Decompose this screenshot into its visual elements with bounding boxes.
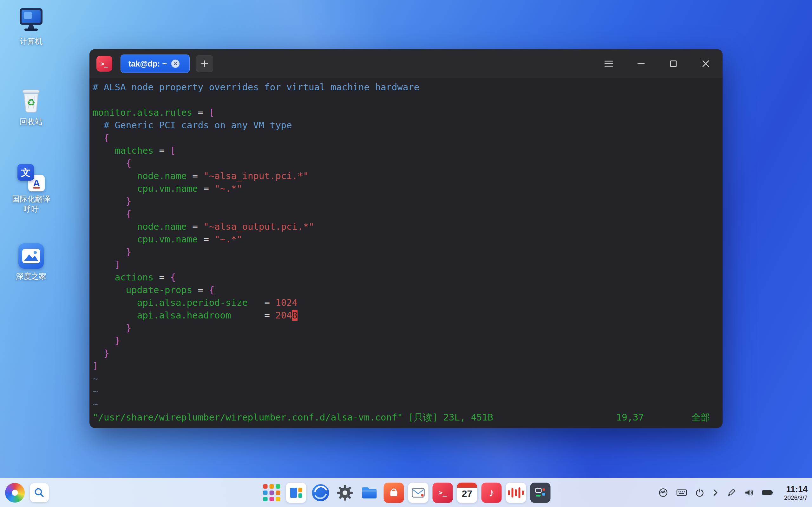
terminal-line: monitor.alsa.rules = [: [93, 106, 722, 119]
desktop-icon-computer[interactable]: 计算机: [6, 7, 56, 46]
terminal-line: }: [93, 245, 722, 258]
mail-icon[interactable]: [408, 483, 428, 503]
terminal-line: ~: [93, 372, 722, 385]
tab-title: tak@dp: ~: [129, 59, 167, 68]
terminal-line: ]: [93, 360, 722, 372]
desktop-icon-label: 回收站: [20, 117, 43, 127]
terminal-line: }: [93, 322, 722, 334]
translation-cn-glyph: 文: [17, 164, 34, 181]
translation-en-glyph: A: [33, 178, 40, 188]
menu-icon[interactable]: [599, 54, 618, 73]
dock: >_ 27 ♪: [0, 478, 812, 507]
terminal-line: node.name = "~alsa_input.pci.*": [93, 170, 722, 182]
terminal-lines: # ALSA node property overrides for virtu…: [93, 81, 722, 410]
status-scroll-position: 全部: [692, 411, 710, 424]
terminal-content[interactable]: # ALSA node property overrides for virtu…: [90, 78, 722, 428]
launcher-icon[interactable]: [5, 483, 25, 503]
voice-notes-icon[interactable]: [506, 483, 526, 503]
new-tab-button[interactable]: [196, 55, 213, 72]
grand-search-icon[interactable]: [30, 483, 49, 502]
calendar-day: 27: [462, 488, 472, 499]
terminal-line: # ALSA node property overrides for virtu…: [93, 81, 722, 94]
terminal-line: ~: [93, 398, 722, 410]
maximize-icon[interactable]: [664, 54, 683, 73]
status-file: "/usr/share/wireplumber/wireplumber.conf…: [93, 411, 493, 424]
terminal-line: ~: [93, 385, 722, 398]
svg-text:♻: ♻: [27, 97, 36, 108]
deepin-home-icon: [18, 243, 44, 269]
input-pen-icon[interactable]: [727, 488, 736, 497]
terminal-line: {: [93, 208, 722, 220]
desktop-icon-label: 国际化翻译 呼吁: [12, 194, 50, 215]
terminal-titlebar[interactable]: >_ tak@dp: ~: [90, 49, 722, 78]
status-ruler: 19,37: [616, 411, 644, 424]
terminal-line: [93, 94, 722, 106]
clock-time: 11:14: [784, 484, 808, 494]
desktop-icon-deepin-home[interactable]: 深度之家: [6, 243, 56, 281]
terminal-line: # Generic PCI cards on any VM type: [93, 119, 722, 131]
file-manager-icon[interactable]: [359, 483, 380, 503]
close-icon[interactable]: [696, 54, 716, 73]
translation-icon: 文 A: [17, 164, 45, 191]
terminal-line: node.name = "~alsa_output.pci.*": [93, 220, 722, 233]
terminal-line: {: [93, 157, 722, 170]
vim-statusline: "/usr/share/wireplumber/wireplumber.conf…: [93, 411, 722, 424]
device-toolbox-icon[interactable]: [530, 483, 551, 503]
desktop-icon-label: 深度之家: [16, 271, 46, 281]
terminal-line: cpu.vm.name = "~.*": [93, 233, 722, 245]
calendar-band: [457, 483, 477, 488]
terminal-line: }: [93, 334, 722, 347]
music-icon[interactable]: ♪: [481, 483, 502, 503]
calendar-icon[interactable]: 27: [457, 483, 477, 503]
app-store-icon[interactable]: [384, 483, 404, 503]
clock[interactable]: 11:14 2026/3/7: [784, 484, 808, 501]
app-grid-icon[interactable]: [262, 483, 282, 503]
terminal-line: cpu.vm.name = "~.*": [93, 182, 722, 195]
minimize-icon[interactable]: [631, 54, 651, 73]
terminal-line: ]: [93, 258, 722, 271]
terminal-line: update-props = {: [93, 284, 722, 296]
volume-icon[interactable]: [744, 488, 754, 497]
performance-monitor-icon[interactable]: [658, 488, 668, 497]
terminal-app-icon: >_: [96, 56, 112, 72]
power-icon[interactable]: [695, 488, 704, 497]
window-switcher-icon[interactable]: [286, 483, 306, 503]
desktop-icon-recycle-bin[interactable]: ♻ 回收站: [6, 86, 56, 127]
terminal-line: }: [93, 347, 722, 360]
desktop-icon-label: 计算机: [20, 36, 43, 46]
recycle-bin-icon: ♻: [18, 86, 44, 114]
computer-icon: [16, 7, 46, 34]
browser-icon[interactable]: [310, 483, 331, 503]
tab-close-icon[interactable]: [171, 60, 180, 68]
keyboard-icon[interactable]: [676, 488, 687, 497]
control-center-icon[interactable]: [335, 483, 355, 503]
terminal-line: actions = {: [93, 271, 722, 284]
clock-date: 2026/3/7: [784, 494, 808, 501]
battery-icon[interactable]: [762, 489, 773, 496]
terminal-line: {: [93, 131, 722, 144]
terminal-line: api.alsa.headroom = 2048: [93, 309, 722, 322]
terminal-line: matches = [: [93, 144, 722, 157]
dock-terminal-icon[interactable]: >_: [433, 483, 453, 503]
tray-expand-icon[interactable]: [712, 488, 719, 497]
terminal-line: }: [93, 195, 722, 208]
terminal-tab[interactable]: tak@dp: ~: [120, 55, 190, 73]
terminal-window: >_ tak@dp: ~ # ALSA node property overri…: [90, 49, 722, 428]
terminal-line: api.alsa.period-size = 1024: [93, 296, 722, 309]
desktop-icon-translation[interactable]: 文 A 国际化翻译 呼吁: [6, 164, 56, 215]
